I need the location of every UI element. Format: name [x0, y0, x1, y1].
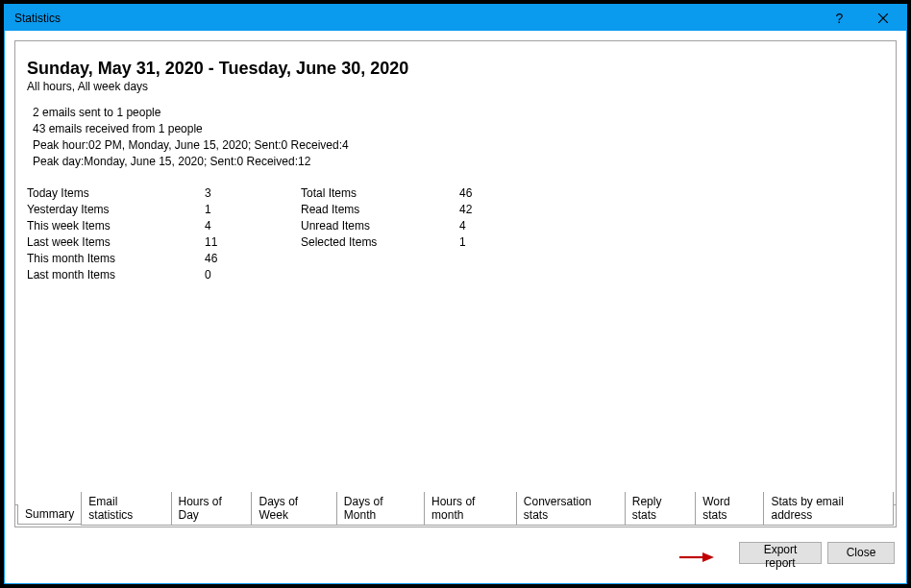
summary-lines: 2 emails sent to 1 people 43 emails rece… [33, 105, 884, 170]
metric-label: Read Items [301, 202, 459, 218]
metric-value: 42 [459, 202, 507, 218]
metric-value: 0 [205, 267, 262, 283]
date-range-heading: Sunday, May 31, 2020 - Tuesday, June 30,… [27, 59, 884, 79]
content-panel: Sunday, May 31, 2020 - Tuesday, June 30,… [14, 40, 897, 527]
tab-email-statistics[interactable]: Email statistics [81, 492, 171, 526]
tab-reply-stats[interactable]: Reply stats [625, 492, 696, 526]
summary-sheet: Sunday, May 31, 2020 - Tuesday, June 30,… [14, 40, 897, 505]
tab-hours-of-month[interactable]: Hours of month [424, 492, 517, 526]
summary-sent: 2 emails sent to 1 people [33, 105, 884, 121]
metric-label: This week Items [27, 218, 205, 234]
metric-label: Yesterday Items [27, 202, 205, 218]
metric-value: 4 [205, 218, 262, 234]
tab-word-stats[interactable]: Word stats [695, 492, 764, 526]
help-button[interactable]: ? [818, 5, 861, 31]
metric-label: Selected Items [301, 234, 459, 251]
metric-label: Total Items [301, 185, 459, 202]
tab-days-of-week[interactable]: Days of Week [251, 492, 336, 526]
metric-value: 46 [459, 185, 507, 202]
export-report-button[interactable]: Export report [739, 542, 822, 564]
tab-stats-by-email[interactable]: Stats by email address [763, 492, 894, 526]
metric-label: Today Items [27, 185, 205, 202]
metrics-right-col: Total Items 46 Read Items 42 Unread Item… [301, 185, 507, 283]
metrics-left-col: Today Items 3 Yesterday Items 1 This wee… [27, 185, 262, 283]
summary-received: 43 emails received from 1 people [33, 121, 884, 137]
summary-peak-hour: Peak hour:02 PM, Monday, June 15, 2020; … [33, 137, 884, 154]
metric-label: Last week Items [27, 234, 205, 251]
metric-value: 1 [459, 234, 507, 251]
title-bar: Statistics ? [5, 5, 906, 31]
close-window-button[interactable] [861, 5, 904, 31]
filter-subhead: All hours, All week days [27, 80, 884, 93]
tab-hours-of-day[interactable]: Hours of Day [171, 492, 253, 526]
metric-label: Unread Items [301, 218, 459, 234]
statistics-window: Statistics ? Sunday, May 31, 2020 - Tues… [4, 4, 907, 584]
metric-value: 1 [205, 202, 262, 218]
metric-value: 3 [205, 185, 262, 202]
summary-peak-day: Peak day:Monday, June 15, 2020; Sent:0 R… [33, 154, 884, 170]
tab-strip: Summary Email statistics Hours of Day Da… [17, 503, 894, 525]
window-title: Statistics [14, 12, 61, 25]
metric-value: 4 [459, 218, 507, 234]
close-icon [878, 13, 888, 23]
tab-summary[interactable]: Summary [17, 504, 82, 525]
metric-label: Last month Items [27, 267, 205, 283]
tab-days-of-month[interactable]: Days of Month [336, 492, 425, 526]
metric-label: This month Items [27, 251, 205, 267]
metric-value: 11 [205, 234, 262, 251]
metric-value: 46 [205, 251, 262, 267]
dialog-buttons: Export report Close [14, 539, 897, 566]
metrics-area: Today Items 3 Yesterday Items 1 This wee… [27, 185, 884, 283]
tab-conversation-stats[interactable]: Conversation stats [516, 492, 626, 526]
close-button[interactable]: Close [827, 542, 895, 564]
client-area: Sunday, May 31, 2020 - Tuesday, June 30,… [14, 40, 897, 574]
